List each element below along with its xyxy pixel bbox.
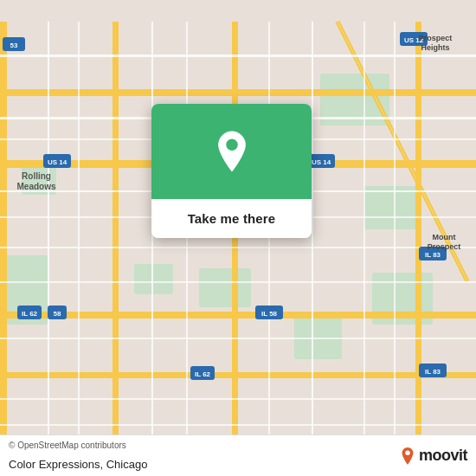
svg-rect-31 xyxy=(151,22,153,454)
svg-rect-36 xyxy=(394,22,396,454)
svg-text:IL 83: IL 83 xyxy=(425,251,441,259)
svg-rect-7 xyxy=(134,264,173,294)
svg-rect-33 xyxy=(268,22,270,454)
popup-green-area xyxy=(151,104,312,199)
map-background: 53 US 14 US 14 US 12 IL 62 IL 62 58 IL 5… xyxy=(0,0,476,476)
svg-text:53: 53 xyxy=(10,42,18,49)
svg-rect-25 xyxy=(0,281,476,283)
svg-text:Meadows: Meadows xyxy=(16,182,55,191)
osm-attribution: © OpenStreetMap contributors xyxy=(9,441,126,450)
svg-text:Rolling: Rolling xyxy=(22,171,51,181)
svg-point-63 xyxy=(226,139,237,151)
svg-rect-15 xyxy=(0,22,7,454)
svg-rect-17 xyxy=(232,22,238,454)
svg-text:US 14: US 14 xyxy=(48,158,68,166)
map-container: 53 US 14 US 14 US 12 IL 62 IL 62 58 IL 5… xyxy=(0,0,476,476)
svg-rect-27 xyxy=(0,398,476,400)
svg-rect-34 xyxy=(312,22,313,454)
svg-rect-19 xyxy=(0,55,476,57)
moovit-pin-icon xyxy=(400,447,415,466)
moovit-brand-text: moovit xyxy=(419,447,467,465)
take-me-there-button[interactable]: Take me there xyxy=(177,208,286,229)
svg-text:Prospect: Prospect xyxy=(419,34,453,42)
svg-text:IL 62: IL 62 xyxy=(195,370,211,378)
svg-rect-29 xyxy=(48,22,49,454)
location-pin-icon xyxy=(213,130,251,173)
svg-text:58: 58 xyxy=(54,310,61,318)
popup-card: Take me there xyxy=(151,104,312,238)
svg-rect-32 xyxy=(186,22,188,454)
svg-rect-35 xyxy=(363,22,365,454)
svg-rect-28 xyxy=(0,424,476,426)
svg-rect-3 xyxy=(363,186,420,229)
popup-button-area[interactable]: Take me there xyxy=(151,199,312,238)
svg-rect-18 xyxy=(415,22,421,454)
bottom-bar: © OpenStreetMap contributors Color Expre… xyxy=(0,434,476,476)
svg-text:IL 83: IL 83 xyxy=(425,368,441,376)
svg-rect-26 xyxy=(0,338,476,339)
svg-text:Mount: Mount xyxy=(433,233,456,241)
svg-text:Prospect: Prospect xyxy=(428,242,461,251)
svg-rect-30 xyxy=(78,22,80,454)
svg-text:Heights: Heights xyxy=(421,43,449,52)
svg-point-64 xyxy=(405,450,410,455)
place-name: Color Expressions, Chicago xyxy=(9,458,147,471)
moovit-logo: moovit xyxy=(400,447,467,466)
svg-text:IL 62: IL 62 xyxy=(22,310,38,318)
svg-rect-24 xyxy=(0,247,476,248)
svg-text:US 14: US 14 xyxy=(312,158,331,166)
svg-text:IL 58: IL 58 xyxy=(261,310,278,318)
svg-rect-1 xyxy=(199,268,251,307)
svg-rect-16 xyxy=(113,22,119,454)
